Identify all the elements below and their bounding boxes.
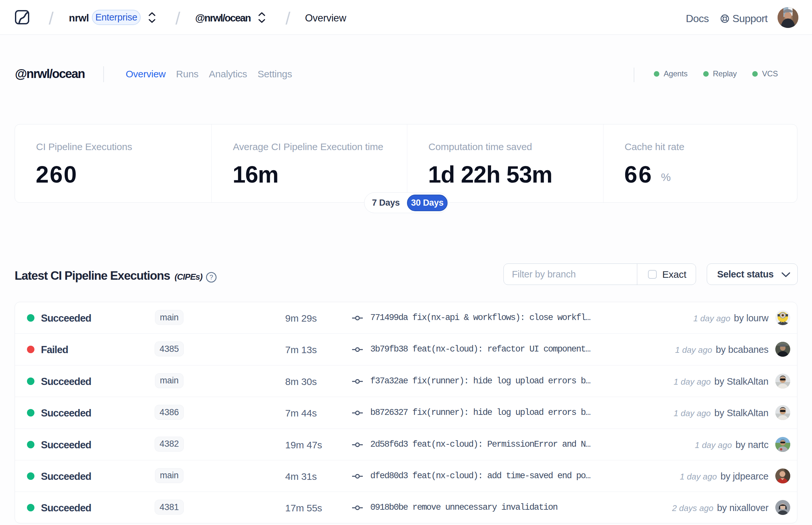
svg-text:?: ? bbox=[210, 273, 213, 281]
